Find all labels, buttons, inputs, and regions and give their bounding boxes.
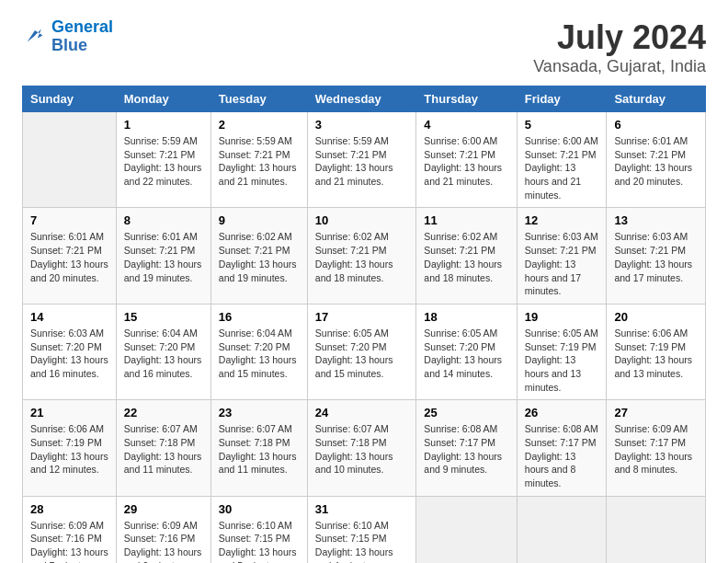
sunset-text: Sunset: 7:20 PM <box>124 340 203 354</box>
calendar-cell: 10 Sunrise: 6:02 AM Sunset: 7:21 PM Dayl… <box>307 208 416 304</box>
calendar-cell: 28 Sunrise: 6:09 AM Sunset: 7:16 PM Dayl… <box>23 496 117 563</box>
sunset-text: Sunset: 7:17 PM <box>525 436 599 450</box>
day-info: Sunrise: 6:07 AM Sunset: 7:18 PM Dayligh… <box>315 422 409 477</box>
calendar-week-row-5: 28 Sunrise: 6:09 AM Sunset: 7:16 PM Dayl… <box>23 496 706 563</box>
sunset-text: Sunset: 7:21 PM <box>219 244 300 258</box>
day-number: 17 <box>315 310 409 324</box>
calendar-cell: 15 Sunrise: 6:04 AM Sunset: 7:20 PM Dayl… <box>116 304 210 399</box>
sunrise-text: Sunrise: 6:10 AM <box>315 519 409 533</box>
day-info: Sunrise: 6:03 AM Sunset: 7:21 PM Dayligh… <box>614 230 698 284</box>
calendar-cell: 16 Sunrise: 6:04 AM Sunset: 7:20 PM Dayl… <box>210 304 307 399</box>
sunrise-text: Sunrise: 6:05 AM <box>525 327 599 340</box>
daylight-text: Daylight: 13 hours and 16 minutes. <box>124 353 203 380</box>
day-number: 6 <box>614 118 698 132</box>
sunrise-text: Sunrise: 6:00 AM <box>525 134 599 148</box>
daylight-text: Daylight: 13 hours and 20 minutes. <box>30 258 108 284</box>
sunrise-text: Sunrise: 6:02 AM <box>315 230 409 244</box>
day-number: 3 <box>315 118 409 132</box>
day-info: Sunrise: 6:02 AM Sunset: 7:21 PM Dayligh… <box>424 230 508 284</box>
sunset-text: Sunset: 7:21 PM <box>424 244 508 258</box>
sunrise-text: Sunrise: 6:02 AM <box>424 230 508 244</box>
calendar-cell: 1 Sunrise: 5:59 AM Sunset: 7:21 PM Dayli… <box>116 112 210 208</box>
calendar-cell: 26 Sunrise: 6:08 AM Sunset: 7:17 PM Dayl… <box>517 400 607 496</box>
daylight-text: Daylight: 13 hours and 15 minutes. <box>315 353 409 380</box>
title-block: July 2024 Vansada, Gujarat, India <box>533 18 706 76</box>
day-info: Sunrise: 6:02 AM Sunset: 7:21 PM Dayligh… <box>315 230 409 284</box>
day-number: 9 <box>219 213 300 227</box>
day-number: 29 <box>124 502 203 516</box>
daylight-text: Daylight: 13 hours and 22 minutes. <box>124 161 203 188</box>
daylight-text: Daylight: 13 hours and 5 minutes. <box>219 546 300 563</box>
calendar-cell: 8 Sunrise: 6:01 AM Sunset: 7:21 PM Dayli… <box>116 208 210 304</box>
sunrise-text: Sunrise: 6:06 AM <box>614 327 698 340</box>
daylight-text: Daylight: 13 hours and 16 minutes. <box>30 353 108 380</box>
daylight-text: Daylight: 13 hours and 6 minutes. <box>124 546 203 563</box>
sunset-text: Sunset: 7:21 PM <box>219 148 300 162</box>
day-number: 25 <box>424 406 508 419</box>
daylight-text: Daylight: 13 hours and 19 minutes. <box>219 258 300 284</box>
sunset-text: Sunset: 7:17 PM <box>424 436 508 450</box>
logo: General Blue <box>22 18 113 55</box>
day-number: 27 <box>614 406 698 419</box>
header-saturday: Saturday <box>607 86 706 112</box>
logo-text: General Blue <box>51 18 113 55</box>
daylight-text: Daylight: 13 hours and 21 minutes. <box>525 161 599 201</box>
calendar-cell: 18 Sunrise: 6:05 AM Sunset: 7:20 PM Dayl… <box>416 304 517 399</box>
day-number: 24 <box>315 406 409 419</box>
sunset-text: Sunset: 7:21 PM <box>30 244 108 258</box>
calendar-cell: 31 Sunrise: 6:10 AM Sunset: 7:15 PM Dayl… <box>307 496 416 563</box>
daylight-text: Daylight: 13 hours and 20 minutes. <box>614 161 698 188</box>
daylight-text: Daylight: 13 hours and 17 minutes. <box>525 258 599 298</box>
daylight-text: Daylight: 13 hours and 21 minutes. <box>219 161 300 188</box>
day-info: Sunrise: 6:07 AM Sunset: 7:18 PM Dayligh… <box>219 422 300 477</box>
sunset-text: Sunset: 7:15 PM <box>315 532 409 546</box>
sunset-text: Sunset: 7:19 PM <box>614 340 698 354</box>
day-info: Sunrise: 5:59 AM Sunset: 7:21 PM Dayligh… <box>124 134 203 189</box>
day-number: 28 <box>30 502 108 516</box>
header-friday: Friday <box>517 86 607 112</box>
logo-line1: General <box>51 17 113 36</box>
daylight-text: Daylight: 13 hours and 11 minutes. <box>124 450 203 477</box>
daylight-text: Daylight: 13 hours and 21 minutes. <box>315 161 409 188</box>
daylight-text: Daylight: 13 hours and 19 minutes. <box>124 258 203 284</box>
sunset-text: Sunset: 7:20 PM <box>424 340 508 354</box>
calendar-cell: 19 Sunrise: 6:05 AM Sunset: 7:19 PM Dayl… <box>517 304 607 399</box>
calendar-cell <box>607 496 706 563</box>
day-number: 14 <box>30 310 108 324</box>
daylight-text: Daylight: 13 hours and 8 minutes. <box>525 450 599 490</box>
daylight-text: Daylight: 13 hours and 13 minutes. <box>525 353 599 394</box>
sunset-text: Sunset: 7:21 PM <box>424 148 508 162</box>
calendar-week-row-2: 7 Sunrise: 6:01 AM Sunset: 7:21 PM Dayli… <box>23 208 706 304</box>
sunrise-text: Sunrise: 6:03 AM <box>525 230 599 244</box>
day-number: 18 <box>424 310 508 324</box>
sunset-text: Sunset: 7:18 PM <box>219 436 300 450</box>
day-info: Sunrise: 6:02 AM Sunset: 7:21 PM Dayligh… <box>219 230 300 284</box>
day-number: 20 <box>614 310 698 324</box>
day-info: Sunrise: 6:00 AM Sunset: 7:21 PM Dayligh… <box>424 134 508 189</box>
day-info: Sunrise: 6:08 AM Sunset: 7:17 PM Dayligh… <box>525 422 599 489</box>
page-subtitle: Vansada, Gujarat, India <box>533 57 706 76</box>
sunrise-text: Sunrise: 6:06 AM <box>30 422 108 436</box>
calendar-cell: 2 Sunrise: 5:59 AM Sunset: 7:21 PM Dayli… <box>210 112 307 208</box>
sunrise-text: Sunrise: 5:59 AM <box>315 134 409 148</box>
daylight-text: Daylight: 13 hours and 4 minutes. <box>315 546 409 563</box>
day-number: 21 <box>30 406 108 419</box>
day-number: 7 <box>30 213 108 227</box>
daylight-text: Daylight: 13 hours and 13 minutes. <box>614 353 698 380</box>
sunrise-text: Sunrise: 6:02 AM <box>219 230 300 244</box>
day-info: Sunrise: 6:09 AM Sunset: 7:16 PM Dayligh… <box>124 519 203 563</box>
sunrise-text: Sunrise: 6:07 AM <box>315 422 409 436</box>
sunset-text: Sunset: 7:21 PM <box>315 148 409 162</box>
day-info: Sunrise: 6:03 AM Sunset: 7:20 PM Dayligh… <box>30 327 108 381</box>
day-number: 13 <box>614 213 698 227</box>
day-info: Sunrise: 6:03 AM Sunset: 7:21 PM Dayligh… <box>525 230 599 297</box>
day-number: 10 <box>315 213 409 227</box>
calendar-cell: 17 Sunrise: 6:05 AM Sunset: 7:20 PM Dayl… <box>307 304 416 399</box>
day-info: Sunrise: 6:05 AM Sunset: 7:20 PM Dayligh… <box>315 327 409 381</box>
day-number: 22 <box>124 406 203 419</box>
header-sunday: Sunday <box>23 86 117 112</box>
sunset-text: Sunset: 7:21 PM <box>124 148 203 162</box>
sunrise-text: Sunrise: 6:09 AM <box>614 422 698 436</box>
daylight-text: Daylight: 13 hours and 9 minutes. <box>424 450 508 477</box>
calendar-cell: 13 Sunrise: 6:03 AM Sunset: 7:21 PM Dayl… <box>607 208 706 304</box>
